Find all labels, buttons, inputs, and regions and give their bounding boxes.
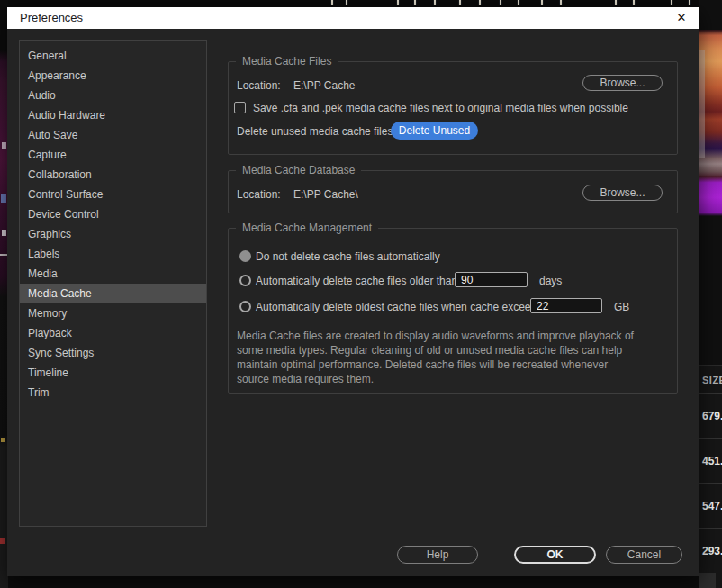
background-size-value: 547.9 [702, 500, 722, 512]
background-size-value: 293. [702, 545, 722, 557]
db-location-label: Location: [237, 188, 281, 201]
background-size-row: 679. [699, 393, 722, 438]
db-browse-button[interactable]: Browse... [582, 185, 663, 201]
gb-input[interactable] [530, 298, 602, 313]
background-size-value: 451.4 [702, 455, 722, 467]
sidebar-item-media-cache[interactable]: Media Cache [20, 284, 206, 303]
media-cache-description: Media Cache files are created to display… [237, 329, 671, 386]
delete-unused-label: Delete unused media cache files [237, 125, 393, 138]
delete-unused-button[interactable]: Delete Unused [391, 122, 478, 140]
background-size-value: 679. [702, 410, 722, 422]
background-size-row: 293. [699, 528, 722, 573]
days-unit-label: days [539, 275, 562, 287]
sidebar-item-graphics[interactable]: Graphics [20, 224, 206, 244]
sidebar-item-audio[interactable]: Audio [20, 86, 206, 105]
radio-do-not-delete[interactable] [239, 250, 251, 262]
radio-delete-older-than-label: Automatically delete cache files older t… [256, 275, 460, 287]
background-meter-tick [434, 0, 436, 5]
size-column: SIZE 679.451.4547.9293. [699, 365, 722, 588]
save-next-to-originals-checkbox[interactable] [234, 102, 246, 113]
background-meter-tick [346, 0, 347, 5]
media-cache-management-group: Media Cache Management Do not delete cac… [228, 228, 678, 394]
background-meter-tick [479, 0, 481, 5]
background-scrollbar-end [699, 573, 716, 588]
sidebar-item-memory[interactable]: Memory [20, 303, 206, 323]
files-location-label: Location: [237, 79, 281, 92]
size-column-header: SIZE [702, 375, 722, 385]
radio-delete-when-exceeds[interactable] [239, 301, 251, 312]
dialog-titlebar[interactable]: Preferences ✕ [7, 7, 699, 29]
background-thumbnail-overlay [699, 50, 705, 158]
background-text-fragment [2, 230, 6, 236]
dialog-body: GeneralAppearanceAudioAudio HardwareAuto… [7, 29, 699, 576]
sidebar-item-capture[interactable]: Capture [20, 145, 206, 165]
background-meter-tick [331, 0, 333, 5]
db-location-value: E:\PP Cache\ [293, 188, 358, 201]
ok-button[interactable]: OK [514, 546, 596, 564]
background-meter-tick [518, 0, 519, 5]
background-meter-tick [500, 0, 501, 5]
days-input[interactable] [455, 272, 528, 287]
sidebar-item-labels[interactable]: Labels [20, 244, 206, 264]
sidebar-item-timeline[interactable]: Timeline [20, 363, 206, 383]
background-meter-tick [560, 0, 562, 5]
preferences-dialog: Preferences ✕ GeneralAppearanceAudioAudi… [7, 7, 699, 576]
background-project-panel: SIZE 679.451.4547.9293. [699, 0, 722, 588]
sidebar-item-sync-settings[interactable]: Sync Settings [20, 343, 206, 363]
help-button[interactable]: Help [397, 546, 478, 564]
background-size-row: 451.4 [699, 438, 722, 483]
background-size-row: 547.9 [699, 483, 722, 528]
sidebar-item-general[interactable]: General [20, 46, 206, 66]
background-meter-tick [397, 0, 399, 5]
background-icon-fragment [0, 538, 5, 544]
background-text-fragment [1, 194, 6, 203]
background-text-fragment [2, 142, 6, 149]
gb-unit-label: GB [614, 301, 629, 313]
background-icon-fragment [1, 438, 5, 442]
files-browse-button[interactable]: Browse... [582, 75, 663, 91]
media-cache-files-title: Media Cache Files [236, 55, 338, 68]
save-next-to-originals-label: Save .cfa and .pek media cache files nex… [253, 102, 628, 114]
sidebar-item-appearance[interactable]: Appearance [20, 66, 206, 86]
background-meter-tick [541, 0, 543, 5]
background-meter-tick [459, 0, 461, 5]
cancel-button[interactable]: Cancel [606, 546, 682, 564]
media-cache-database-title: Media Cache Database [236, 164, 361, 176]
sidebar-item-device-control[interactable]: Device Control [20, 204, 206, 224]
radio-delete-when-exceeds-label: Automatically delete oldest cache files … [256, 301, 546, 313]
sidebar-item-media[interactable]: Media [20, 264, 206, 284]
radio-delete-older-than[interactable] [239, 275, 251, 286]
sidebar-item-auto-save[interactable]: Auto Save [20, 125, 206, 145]
sidebar-item-audio-hardware[interactable]: Audio Hardware [20, 105, 206, 125]
background-meter-tick [633, 0, 635, 5]
background-meter-tick [414, 0, 416, 5]
background-divider-fragment [0, 254, 7, 256]
sidebar-item-playback[interactable]: Playback [20, 323, 206, 343]
media-cache-files-group: Media Cache Files Location: E:\PP Cache … [228, 61, 678, 155]
sidebar-item-trim[interactable]: Trim [20, 383, 206, 403]
files-location-value: E:\PP Cache [293, 79, 355, 92]
radio-do-not-delete-label: Do not delete cache files automatically [256, 250, 440, 263]
background-meter-tick [615, 0, 617, 5]
sidebar-item-control-surface[interactable]: Control Surface [20, 185, 206, 204]
background-meter-tick [671, 0, 672, 5]
close-icon[interactable]: ✕ [668, 7, 695, 29]
preferences-category-list[interactable]: GeneralAppearanceAudioAudio HardwareAuto… [19, 40, 207, 527]
background-meter-tick [689, 0, 690, 5]
media-cache-management-title: Media Cache Management [236, 222, 378, 234]
sidebar-item-collaboration[interactable]: Collaboration [20, 165, 206, 185]
dialog-title: Preferences [20, 11, 83, 24]
media-cache-database-group: Media Cache Database Location: E:\PP Cac… [228, 170, 678, 213]
